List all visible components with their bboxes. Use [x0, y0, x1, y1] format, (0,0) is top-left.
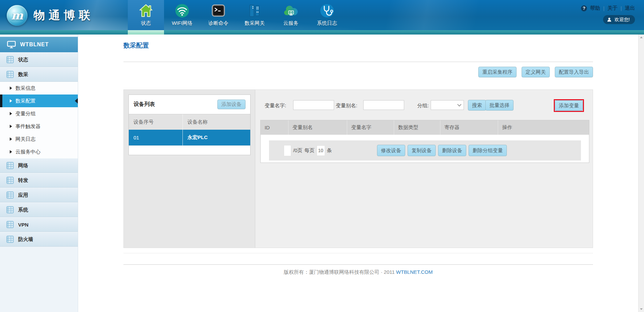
grid-icon — [6, 236, 14, 243]
nav-tab-cloud-service[interactable]: 云服务 — [273, 0, 309, 30]
nav-tab-label: 系统日志 — [317, 20, 337, 26]
column-actions: 操作 — [498, 120, 589, 135]
nav-tab-status[interactable]: 状态 — [128, 0, 164, 30]
caret-right-icon — [10, 86, 12, 90]
gateway-icon — [247, 3, 262, 18]
nav-tab-label: 数采网关 — [245, 20, 265, 26]
sidebar-item-vpn[interactable]: VPN — [0, 217, 78, 232]
wifi-icon — [174, 3, 190, 18]
main-content: 数采配置 重启采集程序 定义网关 配置导入导出 设备列表 添加设备 设备序号 设… — [78, 35, 644, 312]
grid-icon — [6, 162, 14, 169]
config-import-export-button[interactable]: 配置导入导出 — [555, 67, 593, 77]
pagination-bar: /0页 每页 条 修改设备 复制设备 删除设备 删除分组变量 — [269, 140, 581, 161]
device-name-cell: 永宏PLC — [183, 130, 250, 145]
nav-tab-data-gateway[interactable]: 数采网关 — [236, 0, 273, 30]
brand-logo-icon: m — [7, 5, 28, 26]
sidebar-item-data-acquisition[interactable]: 数采 — [0, 67, 78, 82]
welcome-text: 欢迎您! — [614, 17, 630, 23]
sidebar-item-firewall[interactable]: 防火墙 — [0, 232, 78, 247]
help-link[interactable]: 帮助 — [590, 5, 600, 11]
sidebar-item-forwarding[interactable]: 转发 — [0, 173, 78, 188]
link-separator: | — [603, 5, 604, 11]
delete-group-variable-button[interactable]: 删除分组变量 — [469, 145, 507, 156]
sidebar-item-application[interactable]: 应用 — [0, 188, 78, 202]
sidebar-subitem-label: 网关日志 — [15, 136, 36, 142]
sidebar-subitem-event-trigger[interactable]: 事件触发器 — [0, 120, 78, 133]
device-list-title: 设备列表 — [133, 101, 155, 108]
pagination-controls: /0页 每页 条 — [284, 145, 332, 156]
restart-collector-button[interactable]: 重启采集程序 — [478, 67, 517, 77]
wtblnet-admin-page: m 物通博联 状态 WIFI网络 诊断命令 — [0, 0, 644, 312]
variable-table-header: ID 变量别名 变量名字 数据类型 寄存器 操作 — [261, 120, 589, 135]
home-icon — [138, 3, 154, 18]
nav-tab-diagnostic-command[interactable]: 诊断命令 — [200, 0, 236, 30]
sidebar-subitem-label: 数采配置 — [15, 98, 36, 104]
modify-device-button[interactable]: 修改设备 — [377, 145, 405, 156]
sidebar-item-label: 转发 — [18, 177, 28, 184]
header-strip — [0, 30, 644, 35]
content-bottom-divider — [123, 253, 593, 253]
top-nav: 状态 WIFI网络 诊断命令 数采网关 — [128, 0, 345, 30]
column-register: 寄存器 — [440, 120, 498, 135]
device-action-buttons: 修改设备 复制设备 删除设备 删除分组变量 — [377, 145, 507, 156]
sidebar-title: WTBLNET — [0, 37, 78, 52]
device-list-header: 设备列表 添加设备 — [129, 95, 250, 114]
column-id: ID — [261, 120, 288, 135]
footer-divider — [123, 264, 593, 265]
link-separator: | — [621, 5, 622, 11]
sidebar-item-system[interactable]: 系统 — [0, 202, 78, 217]
grid-icon — [6, 191, 14, 199]
nav-tab-system-log[interactable]: 系统日志 — [309, 0, 345, 30]
device-name-column: 设备名称 — [183, 114, 250, 130]
sidebar-subitem-collection-info[interactable]: 数采信息 — [0, 82, 78, 95]
user-icon — [607, 17, 612, 22]
nav-tab-wifi-network[interactable]: WIFI网络 — [164, 0, 200, 30]
about-link[interactable]: 关于 — [607, 5, 618, 11]
wtblnet-link[interactable]: WTBLNET.COM — [396, 269, 433, 275]
sidebar-item-status[interactable]: 状态 — [0, 52, 78, 67]
sidebar-item-label: 状态 — [18, 57, 28, 63]
per-page-input[interactable] — [317, 145, 325, 156]
sidebar-subitem-label: 变量分组 — [15, 111, 36, 117]
sidebar-subitem-collection-config[interactable]: 数采配置 — [0, 95, 78, 107]
grid-icon — [6, 71, 14, 78]
device-row-selected[interactable]: 01 永宏PLC — [129, 130, 250, 145]
page-count-text: /0页 — [293, 147, 303, 154]
copy-device-button[interactable]: 复制设备 — [408, 145, 436, 156]
scroll-down-arrow-icon[interactable] — [640, 308, 643, 310]
column-variable-name: 变量名字 — [347, 120, 394, 135]
delete-device-button[interactable]: 删除设备 — [438, 145, 466, 156]
logout-link[interactable]: 退出 — [625, 5, 635, 11]
caret-right-icon — [10, 150, 12, 153]
page-number-input[interactable] — [284, 145, 291, 156]
add-variable-button[interactable]: 添加变量 — [555, 100, 583, 111]
page-title: 数采配置 — [123, 41, 149, 50]
sidebar-subitem-label: 事件触发器 — [15, 123, 41, 130]
per-page-label: 每页 — [305, 147, 315, 154]
sidebar-subitem-variable-group[interactable]: 变量分组 — [0, 107, 78, 120]
vertical-scrollbar[interactable] — [638, 35, 644, 312]
batch-select-button[interactable]: 批量选择 — [485, 100, 514, 111]
device-table-header: 设备序号 设备名称 — [129, 114, 250, 130]
top-links: ? 帮助 | 关于 | 退出 — [581, 5, 635, 11]
group-select[interactable] — [431, 100, 464, 110]
nav-tab-label: 诊断命令 — [208, 20, 228, 26]
monitor-icon — [7, 41, 16, 48]
sidebar-subitem-cloud-center[interactable]: 云服务中心 — [0, 145, 78, 158]
sidebar-item-label: 应用 — [18, 192, 28, 198]
device-list-card: 设备列表 添加设备 设备序号 设备名称 01 永宏PLC — [128, 95, 251, 155]
define-gateway-button[interactable]: 定义网关 — [522, 67, 550, 77]
variable-alias-input[interactable] — [363, 100, 404, 110]
group-label: 分组: — [417, 103, 429, 109]
variable-name-input[interactable] — [293, 100, 334, 110]
variable-alias-label: 变量别名: — [336, 103, 357, 109]
scroll-up-arrow-icon[interactable] — [640, 37, 643, 38]
active-tab-strip — [128, 30, 164, 35]
sidebar-subitem-gateway-log[interactable]: 网关日志 — [0, 133, 78, 145]
toolbar: 重启采集程序 定义网关 配置导入导出 — [478, 67, 593, 77]
welcome-badge[interactable]: 欢迎您! — [603, 15, 635, 24]
nav-tab-label: WIFI网络 — [172, 20, 193, 26]
sidebar-item-network[interactable]: 网络 — [0, 158, 78, 173]
search-button[interactable]: 搜索 — [468, 100, 486, 111]
add-device-button[interactable]: 添加设备 — [217, 100, 246, 109]
